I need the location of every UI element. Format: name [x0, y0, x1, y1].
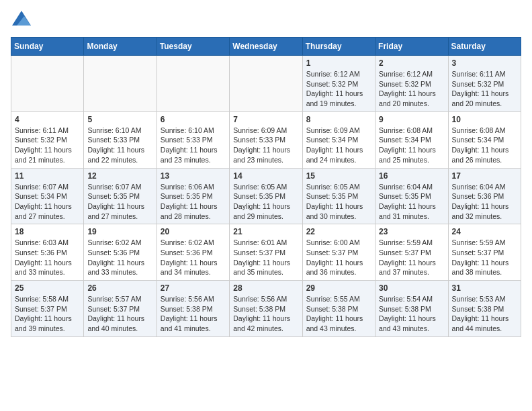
calendar-cell: 11Sunrise: 6:07 AMSunset: 5:34 PMDayligh…: [11, 168, 84, 224]
day-info: Sunrise: 6:05 AMSunset: 5:35 PMDaylight:…: [306, 182, 371, 222]
day-info: Sunrise: 6:12 AMSunset: 5:32 PMDaylight:…: [379, 69, 444, 109]
weekday-header-row: SundayMondayTuesdayWednesdayThursdayFrid…: [11, 38, 521, 56]
day-number: 9: [379, 115, 444, 124]
day-number: 19: [87, 227, 152, 236]
day-number: 17: [452, 171, 517, 181]
calendar-cell: 23Sunrise: 5:59 AMSunset: 5:37 PMDayligh…: [375, 224, 448, 281]
calendar-body: 1Sunrise: 6:12 AMSunset: 5:32 PMDaylight…: [11, 56, 521, 337]
day-number: 20: [161, 227, 226, 236]
week-row-1: 1Sunrise: 6:12 AMSunset: 5:32 PMDaylight…: [11, 56, 521, 112]
day-info: Sunrise: 6:06 AMSunset: 5:35 PMDaylight:…: [161, 182, 226, 222]
day-info: Sunrise: 6:11 AMSunset: 5:32 PMDaylight:…: [452, 69, 517, 109]
day-number: 29: [306, 283, 371, 293]
calendar-cell: 24Sunrise: 5:59 AMSunset: 5:37 PMDayligh…: [448, 224, 521, 281]
day-number: 3: [452, 58, 517, 68]
day-info: Sunrise: 6:10 AMSunset: 5:33 PMDaylight:…: [161, 126, 226, 165]
day-number: 16: [379, 171, 444, 181]
day-info: Sunrise: 6:08 AMSunset: 5:34 PMDaylight:…: [452, 126, 517, 165]
day-info: Sunrise: 6:07 AMSunset: 5:35 PMDaylight:…: [87, 182, 152, 222]
day-number: 31: [452, 283, 517, 293]
day-info: Sunrise: 5:59 AMSunset: 5:37 PMDaylight:…: [452, 238, 517, 277]
day-number: 15: [306, 171, 371, 181]
weekday-header-friday: Friday: [375, 38, 448, 56]
weekday-header-sunday: Sunday: [11, 38, 84, 56]
day-info: Sunrise: 5:53 AMSunset: 5:38 PMDaylight:…: [452, 294, 517, 334]
calendar-table: SundayMondayTuesdayWednesdayThursdayFrid…: [11, 37, 521, 337]
calendar-cell: 12Sunrise: 6:07 AMSunset: 5:35 PMDayligh…: [84, 168, 157, 224]
weekday-header-wednesday: Wednesday: [230, 38, 302, 56]
calendar-cell: 16Sunrise: 6:04 AMSunset: 5:35 PMDayligh…: [375, 168, 448, 224]
calendar-cell: 14Sunrise: 6:05 AMSunset: 5:35 PMDayligh…: [230, 168, 302, 224]
calendar-cell: 21Sunrise: 6:01 AMSunset: 5:37 PMDayligh…: [230, 224, 302, 281]
day-number: 28: [233, 283, 298, 293]
day-info: Sunrise: 6:11 AMSunset: 5:32 PMDaylight:…: [15, 126, 80, 165]
day-number: 18: [15, 227, 80, 236]
day-info: Sunrise: 5:58 AMSunset: 5:37 PMDaylight:…: [15, 294, 80, 334]
day-number: 14: [233, 171, 298, 181]
weekday-header-thursday: Thursday: [302, 38, 375, 56]
calendar-cell: 2Sunrise: 6:12 AMSunset: 5:32 PMDaylight…: [375, 56, 448, 112]
calendar-cell: 6Sunrise: 6:10 AMSunset: 5:33 PMDaylight…: [157, 111, 229, 168]
day-info: Sunrise: 6:04 AMSunset: 5:35 PMDaylight:…: [379, 182, 444, 222]
day-number: 8: [306, 115, 371, 124]
logo: [11, 11, 31, 29]
day-info: Sunrise: 6:08 AMSunset: 5:34 PMDaylight:…: [379, 126, 444, 165]
day-number: 27: [161, 283, 226, 293]
day-number: 11: [15, 171, 80, 181]
day-number: 2: [379, 58, 444, 68]
day-number: 12: [87, 171, 152, 181]
day-info: Sunrise: 6:01 AMSunset: 5:37 PMDaylight:…: [233, 238, 298, 277]
calendar-cell: 26Sunrise: 5:57 AMSunset: 5:37 PMDayligh…: [84, 281, 157, 337]
weekday-header-monday: Monday: [84, 38, 157, 56]
day-info: Sunrise: 6:09 AMSunset: 5:33 PMDaylight:…: [233, 126, 298, 165]
week-row-4: 18Sunrise: 6:03 AMSunset: 5:36 PMDayligh…: [11, 224, 521, 281]
day-info: Sunrise: 6:09 AMSunset: 5:34 PMDaylight:…: [306, 126, 371, 165]
week-row-2: 4Sunrise: 6:11 AMSunset: 5:32 PMDaylight…: [11, 111, 521, 168]
day-info: Sunrise: 5:59 AMSunset: 5:37 PMDaylight:…: [379, 238, 444, 277]
calendar-cell: [157, 56, 229, 112]
calendar-cell: 8Sunrise: 6:09 AMSunset: 5:34 PMDaylight…: [302, 111, 375, 168]
day-number: 26: [87, 283, 152, 293]
calendar-cell: 22Sunrise: 6:00 AMSunset: 5:37 PMDayligh…: [302, 224, 375, 281]
day-info: Sunrise: 5:54 AMSunset: 5:38 PMDaylight:…: [379, 294, 444, 334]
calendar-cell: 30Sunrise: 5:54 AMSunset: 5:38 PMDayligh…: [375, 281, 448, 337]
calendar-cell: 4Sunrise: 6:11 AMSunset: 5:32 PMDaylight…: [11, 111, 84, 168]
day-number: 30: [379, 283, 444, 293]
day-number: 10: [452, 115, 517, 124]
calendar-cell: 15Sunrise: 6:05 AMSunset: 5:35 PMDayligh…: [302, 168, 375, 224]
logo-icon: [12, 11, 31, 26]
calendar-cell: [84, 56, 157, 112]
logo-text: [11, 11, 31, 29]
week-row-5: 25Sunrise: 5:58 AMSunset: 5:37 PMDayligh…: [11, 281, 521, 337]
calendar-cell: 5Sunrise: 6:10 AMSunset: 5:33 PMDaylight…: [84, 111, 157, 168]
calendar-cell: 7Sunrise: 6:09 AMSunset: 5:33 PMDaylight…: [230, 111, 302, 168]
day-number: 6: [161, 115, 226, 124]
day-info: Sunrise: 6:02 AMSunset: 5:36 PMDaylight:…: [87, 238, 152, 277]
day-info: Sunrise: 5:55 AMSunset: 5:38 PMDaylight:…: [306, 294, 371, 334]
day-info: Sunrise: 6:04 AMSunset: 5:36 PMDaylight:…: [452, 182, 517, 222]
day-number: 21: [233, 227, 298, 236]
calendar-header: SundayMondayTuesdayWednesdayThursdayFrid…: [11, 38, 521, 56]
weekday-header-saturday: Saturday: [448, 38, 521, 56]
calendar-cell: 28Sunrise: 5:56 AMSunset: 5:38 PMDayligh…: [230, 281, 302, 337]
page-header: [11, 11, 521, 29]
day-info: Sunrise: 6:00 AMSunset: 5:37 PMDaylight:…: [306, 238, 371, 277]
calendar-cell: [230, 56, 302, 112]
day-number: 1: [306, 58, 371, 68]
calendar-cell: 19Sunrise: 6:02 AMSunset: 5:36 PMDayligh…: [84, 224, 157, 281]
week-row-3: 11Sunrise: 6:07 AMSunset: 5:34 PMDayligh…: [11, 168, 521, 224]
calendar-cell: 18Sunrise: 6:03 AMSunset: 5:36 PMDayligh…: [11, 224, 84, 281]
day-info: Sunrise: 5:56 AMSunset: 5:38 PMDaylight:…: [161, 294, 226, 334]
calendar-cell: 27Sunrise: 5:56 AMSunset: 5:38 PMDayligh…: [157, 281, 229, 337]
day-number: 25: [15, 283, 80, 293]
day-number: 13: [161, 171, 226, 181]
day-info: Sunrise: 6:10 AMSunset: 5:33 PMDaylight:…: [87, 126, 152, 165]
calendar-cell: 9Sunrise: 6:08 AMSunset: 5:34 PMDaylight…: [375, 111, 448, 168]
calendar-cell: 13Sunrise: 6:06 AMSunset: 5:35 PMDayligh…: [157, 168, 229, 224]
day-number: 22: [306, 227, 371, 236]
weekday-header-tuesday: Tuesday: [157, 38, 229, 56]
day-number: 7: [233, 115, 298, 124]
calendar-cell: [11, 56, 84, 112]
day-info: Sunrise: 6:03 AMSunset: 5:36 PMDaylight:…: [15, 238, 80, 277]
day-number: 24: [452, 227, 517, 236]
